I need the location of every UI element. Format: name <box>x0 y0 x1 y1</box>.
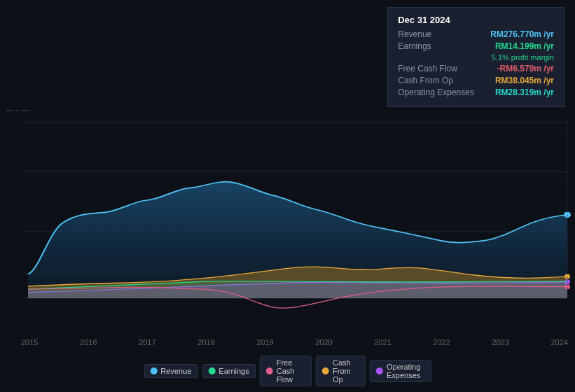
tooltip-panel: Dec 31 2024 Revenue RM276.770m /yr Earni… <box>387 7 564 107</box>
legend-opex-dot <box>376 368 383 374</box>
tooltip-cfo-label: Cash From Op <box>398 76 453 85</box>
tooltip-fcf-value: -RM6.579m /yr <box>497 64 554 74</box>
tooltip-cfo-value: RM38.045m /yr <box>495 76 554 85</box>
x-label-2020: 2020 <box>315 338 332 346</box>
legend-earnings[interactable]: Earnings <box>202 364 255 378</box>
legend-earnings-label: Earnings <box>219 367 249 375</box>
tooltip-fcf-row: Free Cash Flow -RM6.579m /yr <box>398 64 554 74</box>
x-label-2022: 2022 <box>433 338 450 346</box>
x-label-2019: 2019 <box>256 338 273 346</box>
x-label-2023: 2023 <box>492 338 508 346</box>
legend-earnings-dot <box>208 368 215 374</box>
x-label-2024: 2024 <box>550 338 567 346</box>
legend-fcf-label: Free Cash Flow <box>277 358 305 384</box>
x-label-2015: 2015 <box>21 338 38 346</box>
tooltip-revenue-value: RM276.770m /yr <box>490 29 554 39</box>
tooltip-fcf-label: Free Cash Flow <box>398 64 457 74</box>
tooltip-opex-value: RM28.319m /yr <box>495 88 554 97</box>
x-label-2016: 2016 <box>80 338 97 346</box>
chart-legend: Revenue Earnings Free Cash Flow Cash Fro… <box>144 356 431 386</box>
tooltip-earnings-row: Earnings RM14.199m /yr <box>398 41 554 51</box>
legend-cfo-label: Cash From Op <box>333 358 359 384</box>
tooltip-earnings-value: RM14.199m /yr <box>495 41 554 51</box>
legend-cfo[interactable]: Cash From Op <box>316 356 366 386</box>
tooltip-date: Dec 31 2024 <box>398 15 554 25</box>
tooltip-profit-margin: 5.1% profit margin <box>492 53 554 62</box>
legend-fcf-dot <box>266 368 273 374</box>
tooltip-earnings-label: Earnings <box>398 41 431 51</box>
legend-opex[interactable]: Operating Expenses <box>370 360 431 382</box>
tooltip-opex-row: Operating Expenses RM28.319m /yr <box>398 88 554 97</box>
tooltip-opex-label: Operating Expenses <box>398 88 474 97</box>
legend-revenue-label: Revenue <box>160 367 191 375</box>
tooltip-revenue-row: Revenue RM276.770m /yr <box>398 29 554 39</box>
tooltip-revenue-label: Revenue <box>398 29 431 39</box>
tooltip-margin-row: 5.1% profit margin <box>398 53 554 62</box>
chart-svg <box>0 111 575 335</box>
x-label-2021: 2021 <box>374 338 391 346</box>
legend-cfo-dot <box>322 368 329 374</box>
legend-revenue[interactable]: Revenue <box>144 364 198 378</box>
tooltip-cfo-row: Cash From Op RM38.045m /yr <box>398 76 554 85</box>
legend-fcf[interactable]: Free Cash Flow <box>260 356 312 386</box>
x-label-2017: 2017 <box>139 338 155 346</box>
legend-opex-label: Operating Expenses <box>387 363 425 379</box>
x-label-2018: 2018 <box>198 338 214 346</box>
x-axis-labels: 2015 2016 2017 2018 2019 2020 2021 2022 … <box>21 338 568 346</box>
legend-revenue-dot <box>150 368 157 374</box>
